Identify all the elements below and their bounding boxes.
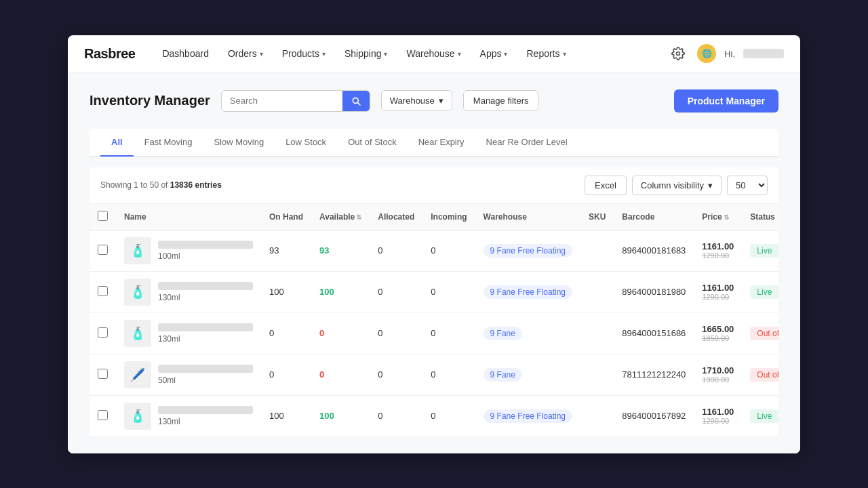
barcode-cell: 8964000151686 xyxy=(614,312,694,354)
product-image: 🖊️ xyxy=(124,361,151,388)
product-name-cell: 🧴 130ml xyxy=(116,271,261,312)
product-variant: 130ml xyxy=(158,334,253,344)
nav-item-warehouse[interactable]: Warehouse ▾ xyxy=(398,44,469,63)
barcode-cell: 8964000181683 xyxy=(614,230,694,271)
product-image: 🧴 xyxy=(124,237,151,264)
row-checkbox[interactable] xyxy=(98,286,108,296)
warehouse-cell: 9 Fane xyxy=(475,312,580,354)
chevron-down-icon: ▾ xyxy=(384,50,387,58)
warehouse-cell: 9 Fane Free Floating xyxy=(475,230,580,271)
tab-fast-moving[interactable]: Fast Moving xyxy=(134,129,203,157)
search-input[interactable] xyxy=(222,91,342,110)
available-value: 93 xyxy=(319,245,329,256)
nav-items: Dashboard Orders ▾ Products ▾ Shipping ▾… xyxy=(154,44,662,63)
chevron-down-icon: ▾ xyxy=(708,180,713,190)
table-area: Showing 1 to 50 of 13836 entries Excel C… xyxy=(90,167,778,437)
product-manager-button[interactable]: Product Manager xyxy=(674,89,778,113)
warehouse-filter-dropdown[interactable]: Warehouse ▾ xyxy=(381,90,452,111)
status-cell: Out of stock xyxy=(742,354,778,395)
select-all-checkbox[interactable] xyxy=(98,211,108,221)
nav-item-orders[interactable]: Orders ▾ xyxy=(220,44,271,63)
available-value: 0 xyxy=(319,328,324,338)
sku-cell xyxy=(580,271,614,312)
tab-low-stock[interactable]: Low Stock xyxy=(275,129,337,157)
per-page-select[interactable]: 102550100 xyxy=(727,176,768,195)
barcode-cell: 8964000181980 xyxy=(614,271,694,312)
col-on-hand: On Hand xyxy=(261,204,311,230)
available-value: 100 xyxy=(319,411,334,421)
table-controls: Showing 1 to 50 of 13836 entries Excel C… xyxy=(90,167,778,204)
status-cell: Live xyxy=(742,395,778,436)
svg-point-0 xyxy=(677,52,680,56)
status-cell: Live xyxy=(742,230,778,271)
nav-item-dashboard[interactable]: Dashboard xyxy=(154,44,217,63)
price-cell: 1665.001850.00 xyxy=(694,312,742,354)
nav-item-apps[interactable]: Apps ▾ xyxy=(472,44,516,63)
allocated-cell: 0 xyxy=(370,395,422,436)
product-info: 130ml xyxy=(158,282,253,302)
col-available[interactable]: Available⇅ xyxy=(311,204,370,230)
product-variant: 130ml xyxy=(158,293,253,302)
row-checkbox[interactable] xyxy=(98,327,108,338)
incoming-cell: 0 xyxy=(422,230,475,271)
incoming-cell: 0 xyxy=(422,312,475,354)
nav-item-reports[interactable]: Reports ▾ xyxy=(518,44,574,63)
warehouse-badge: 9 Fane xyxy=(484,327,522,340)
settings-icon[interactable] xyxy=(667,43,689,64)
row-checkbox[interactable] xyxy=(98,245,108,255)
price-main: 1665.00 xyxy=(702,324,734,334)
column-visibility-button[interactable]: Column visibility ▾ xyxy=(632,176,722,195)
search-button[interactable] xyxy=(342,91,370,111)
product-name-blur xyxy=(158,406,253,414)
row-checkbox[interactable] xyxy=(98,369,108,379)
table-header: NameOn HandAvailable⇅AllocatedIncomingWa… xyxy=(90,204,778,230)
tab-near-expiry[interactable]: Near Expiry xyxy=(408,129,475,157)
inventory-table-section: AllFast MovingSlow MovingLow StockOut of… xyxy=(90,129,778,437)
chevron-down-icon: ▾ xyxy=(439,96,443,106)
page-title: Inventory Manager xyxy=(90,93,210,108)
table-scroll: NameOn HandAvailable⇅AllocatedIncomingWa… xyxy=(90,204,778,437)
product-variant: 50ml xyxy=(158,375,253,385)
showing-text: Showing 1 to 50 of 13836 entries xyxy=(100,180,222,190)
on-hand-cell: 100 xyxy=(261,395,311,436)
allocated-cell: 0 xyxy=(370,271,422,312)
product-name-cell: 🧴 130ml xyxy=(116,395,261,436)
search-bar xyxy=(221,90,370,112)
nav-item-shipping[interactable]: Shipping ▾ xyxy=(336,44,396,63)
tab-slow-moving[interactable]: Slow Moving xyxy=(203,129,275,157)
price-main: 1161.00 xyxy=(702,407,734,417)
avatar[interactable]: 🌐 xyxy=(697,44,716,63)
price-strike: 1290.00 xyxy=(702,417,734,425)
col-price[interactable]: Price⇅ xyxy=(694,204,742,230)
sku-cell xyxy=(580,395,614,436)
chevron-down-icon: ▾ xyxy=(322,50,326,58)
excel-button[interactable]: Excel xyxy=(585,176,627,195)
table-buttons: Excel Column visibility ▾ 102550100 xyxy=(585,176,768,195)
tab-near-re-order-level[interactable]: Near Re Order Level xyxy=(475,129,578,157)
product-name-cell: 🧴 100ml xyxy=(116,230,261,271)
nav-item-products[interactable]: Products ▾ xyxy=(274,44,334,63)
manage-filters-button[interactable]: Manage filters xyxy=(463,90,539,111)
warehouse-cell: 9 Fane xyxy=(475,354,580,395)
product-variant: 100ml xyxy=(158,251,253,261)
product-name-blur xyxy=(158,241,253,249)
on-hand-cell: 0 xyxy=(261,312,311,354)
main-content: Inventory Manager Warehouse ▾ Manage fil… xyxy=(68,73,800,453)
chevron-down-icon: ▾ xyxy=(458,50,461,58)
row-checkbox[interactable] xyxy=(98,410,108,420)
tab-out-of-stock[interactable]: Out of Stock xyxy=(337,129,408,157)
on-hand-cell: 93 xyxy=(261,230,311,271)
sku-cell xyxy=(580,312,614,354)
col-warehouse: Warehouse xyxy=(475,204,580,230)
brand-logo[interactable]: Rasbree xyxy=(84,46,135,62)
warehouse-cell: 9 Fane Free Floating xyxy=(475,395,580,436)
product-variant: 130ml xyxy=(158,417,253,426)
on-hand-cell: 0 xyxy=(261,354,311,395)
incoming-cell: 0 xyxy=(422,395,475,436)
col-incoming: Incoming xyxy=(422,204,475,230)
price-strike: 1290.00 xyxy=(702,293,734,301)
chevron-down-icon: ▾ xyxy=(504,50,507,58)
product-name-cell: 🧴 130ml xyxy=(116,312,261,354)
tab-all[interactable]: All xyxy=(100,129,134,157)
allocated-cell: 0 xyxy=(370,230,422,271)
